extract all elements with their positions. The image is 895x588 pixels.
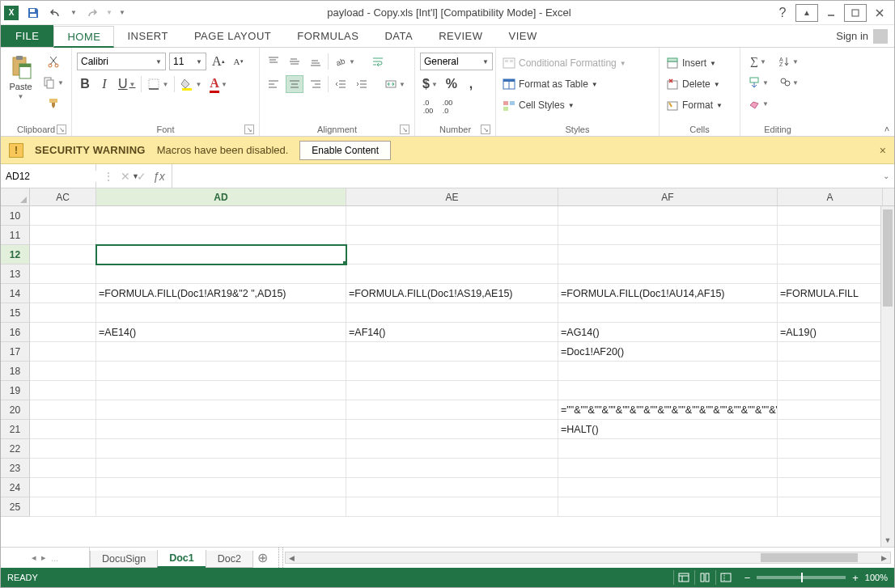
row-header[interactable]: 15: [1, 303, 30, 323]
cell[interactable]: [96, 439, 346, 459]
cell[interactable]: [558, 206, 778, 226]
cell[interactable]: [778, 459, 883, 478]
view-page-break-icon[interactable]: [715, 570, 736, 585]
copy-button[interactable]: ▼: [40, 74, 66, 91]
cell[interactable]: =AL19(): [778, 323, 883, 342]
sheet-tab-docusign[interactable]: DocuSign: [90, 551, 158, 568]
bold-button[interactable]: B: [77, 75, 93, 93]
cell[interactable]: [96, 303, 346, 323]
number-launcher-icon[interactable]: ↘: [481, 125, 490, 134]
view-normal-icon[interactable]: [673, 570, 694, 585]
sheet-last-icon[interactable]: ▸: [41, 552, 46, 563]
scroll-left-icon[interactable]: ◀: [286, 554, 299, 562]
row-header[interactable]: 13: [1, 264, 30, 284]
redo-icon[interactable]: [82, 3, 101, 23]
sign-in[interactable]: Sign in: [829, 25, 894, 47]
cell[interactable]: [96, 342, 346, 362]
cancel-formula-icon[interactable]: ✕: [121, 170, 130, 183]
undo-icon[interactable]: [46, 3, 66, 23]
fx-more-icon[interactable]: ⋮: [103, 170, 114, 183]
cell[interactable]: [346, 439, 558, 459]
cell[interactable]: [346, 226, 558, 245]
font-size-input[interactable]: [170, 56, 193, 67]
cell[interactable]: =AF14(): [346, 323, 558, 342]
cell[interactable]: [30, 284, 96, 303]
tab-data[interactable]: DATA: [371, 25, 426, 47]
cell[interactable]: [778, 226, 883, 245]
cell[interactable]: [778, 264, 883, 284]
cell[interactable]: [558, 245, 778, 264]
cell[interactable]: [30, 362, 96, 381]
cell[interactable]: =FORMULA.FILL(Doc1!AR19&"2 ",AD15): [96, 284, 346, 303]
cell[interactable]: [346, 245, 558, 264]
alignment-launcher-icon[interactable]: ↘: [400, 125, 409, 134]
cell[interactable]: [30, 400, 96, 420]
cut-button[interactable]: [40, 53, 66, 70]
row-header[interactable]: 18: [1, 362, 30, 381]
formula-input[interactable]: [172, 171, 878, 182]
tab-home[interactable]: HOME: [53, 26, 114, 48]
row-header[interactable]: 25: [1, 497, 30, 517]
cell[interactable]: [346, 420, 558, 439]
increase-decimal-button[interactable]: .0.00: [420, 98, 436, 116]
decrease-decimal-button[interactable]: .00.0: [439, 98, 456, 116]
cell[interactable]: [558, 439, 778, 459]
row-header[interactable]: 14: [1, 284, 30, 303]
qat-customize-icon[interactable]: ▼: [117, 3, 127, 23]
cell[interactable]: [778, 245, 883, 264]
cell[interactable]: =""&""&""&""&""&""&""&""&""&""&""&""&""&…: [558, 400, 778, 420]
cell[interactable]: [346, 303, 558, 323]
delete-cells-button[interactable]: Delete▼: [664, 75, 724, 93]
column-header[interactable]: AE: [346, 188, 558, 205]
cell[interactable]: [346, 206, 558, 226]
expand-formula-bar-icon[interactable]: ⌄: [878, 171, 894, 180]
cell[interactable]: =AE14(): [96, 323, 346, 342]
cell[interactable]: [558, 497, 778, 517]
cell[interactable]: [346, 362, 558, 381]
cell[interactable]: [778, 420, 883, 439]
cell[interactable]: =FORMULA.FILL: [778, 284, 883, 303]
sheet-nav-more[interactable]: ...: [51, 553, 58, 563]
row-header[interactable]: 21: [1, 420, 30, 439]
cell[interactable]: [30, 459, 96, 478]
number-format-input[interactable]: [421, 56, 479, 67]
zoom-slider[interactable]: [757, 576, 846, 579]
comma-format-button[interactable]: ,: [463, 75, 479, 93]
sort-filter-button[interactable]: AZ▼: [776, 53, 801, 70]
cell[interactable]: [558, 478, 778, 497]
vertical-scroll-thumb[interactable]: [883, 209, 893, 307]
cell[interactable]: [30, 497, 96, 517]
row-header[interactable]: 12: [1, 245, 30, 264]
cell[interactable]: [96, 420, 346, 439]
cell[interactable]: [96, 226, 346, 245]
security-close-icon[interactable]: ×: [880, 144, 886, 157]
cell[interactable]: [346, 478, 558, 497]
fx-icon[interactable]: ƒx: [153, 170, 165, 183]
cell[interactable]: [96, 206, 346, 226]
row-header[interactable]: 24: [1, 478, 30, 497]
cell[interactable]: [96, 381, 346, 400]
paste-button[interactable]: Paste ▼: [6, 53, 36, 100]
row-header[interactable]: 10: [1, 206, 30, 226]
new-sheet-button[interactable]: ⊕: [252, 548, 274, 568]
wrap-text-button[interactable]: [369, 53, 387, 70]
tab-formulas[interactable]: FORMULAS: [284, 25, 371, 47]
cell[interactable]: [778, 342, 883, 362]
format-painter-button[interactable]: [40, 95, 66, 112]
cell[interactable]: [30, 303, 96, 323]
name-box[interactable]: ▼: [1, 164, 96, 188]
view-page-layout-icon[interactable]: [694, 570, 715, 585]
accept-formula-icon[interactable]: ✓: [137, 170, 146, 183]
minimize-icon[interactable]: [820, 4, 842, 22]
cell-styles-button[interactable]: Cell Styles▼: [501, 96, 628, 114]
clipboard-launcher-icon[interactable]: ↘: [57, 125, 66, 134]
cell[interactable]: [30, 478, 96, 497]
cell[interactable]: [346, 459, 558, 478]
horizontal-scroll-thumb[interactable]: [761, 553, 858, 562]
tab-page-layout[interactable]: PAGE LAYOUT: [181, 25, 284, 47]
align-center-button[interactable]: [286, 75, 303, 93]
decrease-font-button[interactable]: A▾: [231, 53, 247, 70]
borders-button[interactable]: ▼: [145, 75, 171, 93]
number-format-dropdown[interactable]: ▼: [420, 53, 493, 70]
cell[interactable]: =AG14(): [558, 323, 778, 342]
